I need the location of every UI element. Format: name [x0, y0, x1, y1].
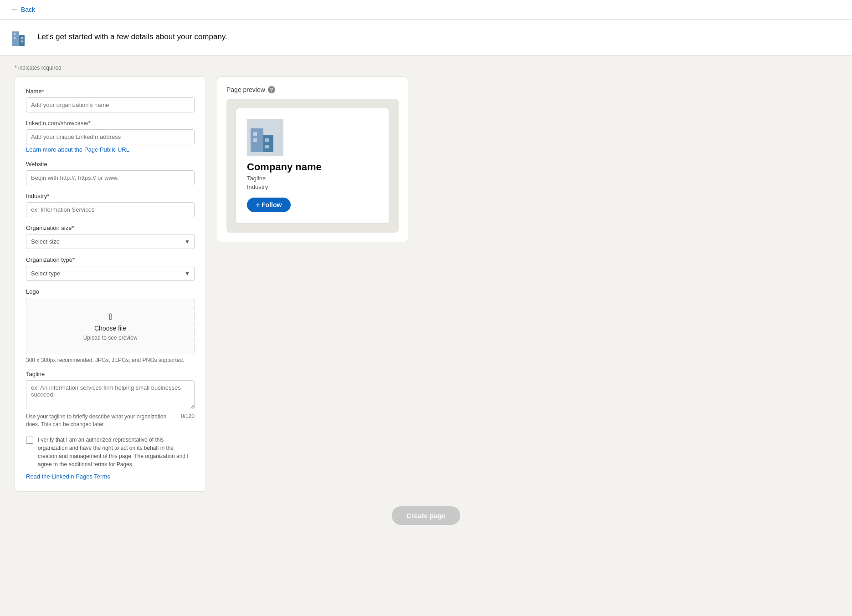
- name-label: Name*: [26, 88, 195, 95]
- tagline-label: Tagline: [26, 371, 195, 377]
- website-field-group: Website: [26, 161, 195, 185]
- create-page-button[interactable]: Create page: [392, 506, 460, 525]
- linkedin-input[interactable]: [26, 129, 195, 144]
- preview-industry: Industry: [247, 183, 378, 190]
- back-label: Back: [21, 6, 35, 13]
- agreement-text: I verify that I am an authorized represe…: [38, 436, 195, 468]
- learn-more-link[interactable]: Learn more about the Page Public URL: [26, 146, 129, 153]
- org-type-field-group: Organization type* Select type Public co…: [26, 256, 195, 281]
- preview-tagline: Tagline: [247, 175, 378, 182]
- name-field-group: Name*: [26, 88, 195, 112]
- org-type-select[interactable]: Select type Public company Self-employed…: [26, 266, 195, 281]
- logo-upload-area[interactable]: ⇧ Choose file Upload to see preview: [26, 298, 195, 354]
- svg-rect-12: [265, 145, 269, 148]
- preview-outer: Company name Tagline Industry + Follow: [226, 99, 399, 233]
- bottom-bar: Create page: [15, 495, 837, 536]
- industry-label: Industry*: [26, 193, 195, 199]
- svg-rect-4: [21, 37, 23, 39]
- follow-button[interactable]: + Follow: [247, 198, 291, 212]
- intro-text: Let's get started with a few details abo…: [37, 32, 227, 41]
- org-size-select-wrapper: Select size 1-10 employees 11-50 employe…: [26, 234, 195, 249]
- form-card: Name* linkedin.com/showcase/* Learn more…: [15, 76, 206, 492]
- org-type-label: Organization type*: [26, 256, 195, 263]
- preview-header-label: Page preview: [226, 86, 265, 93]
- choose-file-label: Choose file: [94, 325, 126, 332]
- svg-rect-8: [263, 135, 273, 152]
- preview-info-icon[interactable]: ?: [268, 86, 275, 93]
- preview-header: Page preview ?: [226, 86, 399, 93]
- name-input[interactable]: [26, 97, 195, 112]
- preview-section: Page preview ?: [217, 76, 837, 242]
- website-input[interactable]: [26, 170, 195, 185]
- org-size-label: Organization size*: [26, 224, 195, 231]
- svg-rect-2: [14, 33, 15, 35]
- required-note: * indicates required: [15, 65, 837, 71]
- intro-row: Let's get started with a few details abo…: [0, 20, 852, 56]
- preview-logo: [247, 119, 283, 156]
- industry-field-group: Industry*: [26, 193, 195, 217]
- linkedin-field-group: linkedin.com/showcase/* Learn more about…: [26, 120, 195, 153]
- tagline-footer: Use your tagline to briefly describe wha…: [26, 413, 195, 428]
- tagline-desc: Use your tagline to briefly describe wha…: [26, 413, 172, 428]
- industry-input[interactable]: [26, 202, 195, 217]
- upload-icon: ⇧: [107, 311, 114, 322]
- org-size-select[interactable]: Select size 1-10 employees 11-50 employe…: [26, 234, 195, 249]
- org-type-select-wrapper: Select type Public company Self-employed…: [26, 266, 195, 281]
- char-count: 0/120: [181, 413, 195, 419]
- back-link[interactable]: ← Back: [11, 5, 35, 14]
- company-icon: [11, 27, 31, 47]
- checkbox-row: I verify that I am an authorized represe…: [26, 436, 195, 468]
- svg-rect-11: [265, 138, 269, 142]
- back-arrow-icon: ←: [11, 5, 18, 14]
- tagline-input[interactable]: [26, 380, 195, 409]
- logo-label: Logo: [26, 288, 195, 295]
- svg-rect-10: [253, 138, 257, 142]
- upload-hint: Upload to see preview: [83, 335, 138, 341]
- org-size-field-group: Organization size* Select size 1-10 empl…: [26, 224, 195, 249]
- terms-link[interactable]: Read the LinkedIn Pages Terms: [26, 473, 110, 480]
- svg-rect-9: [253, 132, 257, 136]
- website-label: Website: [26, 161, 195, 168]
- logo-field-group: Logo ⇧ Choose file Upload to see preview…: [26, 288, 195, 363]
- tagline-field-group: Tagline Use your tagline to briefly desc…: [26, 371, 195, 428]
- linkedin-prefix: linkedin.com/showcase/*: [26, 120, 195, 127]
- top-header: ← Back: [0, 0, 852, 20]
- preview-company-name: Company name: [247, 161, 378, 173]
- logo-size-hint: 300 x 300px recommended. JPGs, JEPGs, an…: [26, 357, 195, 363]
- svg-rect-3: [14, 37, 15, 39]
- agreement-checkbox[interactable]: [26, 437, 33, 444]
- svg-rect-5: [21, 41, 23, 42]
- preview-card: Company name Tagline Industry + Follow: [236, 108, 390, 224]
